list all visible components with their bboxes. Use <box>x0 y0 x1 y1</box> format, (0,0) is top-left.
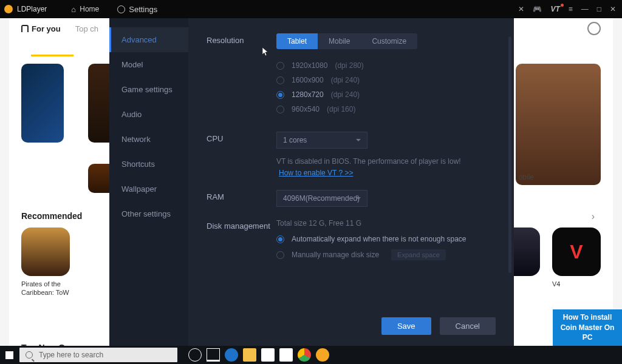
store-tab-foryou[interactable]: For you <box>21 24 61 33</box>
search-input[interactable]: Type here to search <box>19 348 177 362</box>
cortana-icon[interactable] <box>188 348 202 362</box>
ldplayer-icon[interactable] <box>316 348 329 362</box>
res-opt-1920[interactable]: 1920x1080(dpi 280) <box>276 61 496 70</box>
res-tab-customize[interactable]: Customize <box>361 33 417 49</box>
taskbar: Type here to search <box>0 346 622 364</box>
res-opt-1600[interactable]: 1600x900(dpi 240) <box>276 76 496 84</box>
cancel-button[interactable]: Cancel <box>440 317 496 335</box>
store-icon[interactable] <box>261 348 275 362</box>
scrollbar[interactable] <box>508 36 511 273</box>
sidebar-item-model[interactable]: Model <box>109 52 188 77</box>
vt-warning: VT is disabled in BIOS. The performance … <box>276 157 496 166</box>
app-card[interactable]: V V4 <box>552 228 601 297</box>
maximize-icon[interactable]: □ <box>597 5 601 13</box>
res-tab-tablet[interactable]: Tablet <box>276 33 318 49</box>
close-icon[interactable]: ✕ <box>610 5 616 13</box>
label-resolution: Resolution <box>207 33 276 120</box>
res-tab-mobile[interactable]: Mobile <box>318 33 361 49</box>
chrome-icon[interactable] <box>298 348 311 362</box>
label-cpu: CPU <box>207 132 276 178</box>
sidebar-item-shortcuts[interactable]: Shortcuts <box>109 152 188 177</box>
titlebar-tab-home[interactable]: ⌂Home <box>71 5 99 14</box>
chevron-right-icon[interactable]: › <box>592 211 595 222</box>
start-button[interactable] <box>0 346 18 364</box>
tile[interactable] <box>516 64 601 185</box>
avatar[interactable] <box>587 22 601 35</box>
vt-indicator[interactable]: VT <box>550 5 559 13</box>
app-card[interactable]: Pirates of the Caribbean: ToW <box>21 228 70 297</box>
app-title: LDPlayer <box>17 5 47 13</box>
sidebar-item-wallpaper[interactable]: Wallpaper <box>109 177 188 201</box>
mail-icon[interactable] <box>279 348 293 362</box>
res-opt-960[interactable]: 960x540(dpi 160) <box>276 105 496 113</box>
category-label: obile <box>519 173 534 181</box>
minimize-icon[interactable]: — <box>581 5 589 13</box>
store-tab-topcharts[interactable]: Top ch <box>75 24 98 33</box>
search-icon <box>26 351 33 359</box>
disk-opt-auto[interactable]: Automatically expand when there is not e… <box>276 235 496 243</box>
settings-sidebar: Advanced Model Game settings Audio Netwo… <box>109 18 188 346</box>
settings-modal: Advanced Model Game settings Audio Netwo… <box>109 18 514 346</box>
menu-icon[interactable]: ≡ <box>569 5 573 13</box>
cpu-select[interactable]: 1 cores <box>276 132 367 149</box>
modal-title-row: Settings <box>117 5 157 14</box>
disk-info: Total size 12 G, Free 11 G <box>276 219 496 228</box>
explorer-icon[interactable] <box>243 348 256 362</box>
ram-select[interactable]: 4096M(Recommended) <box>276 190 367 207</box>
controller-icon[interactable]: 🎮 <box>533 5 542 13</box>
label-ram: RAM <box>207 190 276 207</box>
disk-opt-manual[interactable]: Manually manage disk sizeExpand space <box>276 249 496 260</box>
sidebar-item-other[interactable]: Other settings <box>109 201 188 226</box>
taskview-icon[interactable] <box>207 348 220 362</box>
modal-close-icon[interactable]: ✕ <box>518 5 524 13</box>
sidebar-item-game-settings[interactable]: Game settings <box>109 77 188 102</box>
howto-overlay: How To install Coin Master On PC <box>553 309 622 346</box>
sidebar-item-network[interactable]: Network <box>109 127 188 152</box>
vt-help-link[interactable]: How to enable VT ? >> <box>276 169 356 177</box>
recommended-heading: Recommended <box>21 211 82 221</box>
sidebar-item-advanced[interactable]: Advanced <box>109 27 188 52</box>
save-button[interactable]: Save <box>381 317 431 335</box>
label-disk: Disk management <box>207 219 276 266</box>
tile[interactable] <box>21 64 64 143</box>
expand-space-button[interactable]: Expand space <box>391 249 446 260</box>
app-icon <box>4 5 13 13</box>
sidebar-item-audio[interactable]: Audio <box>109 102 188 127</box>
res-opt-1280[interactable]: 1280x720(dpi 240) <box>276 90 496 99</box>
edge-icon[interactable] <box>225 348 238 362</box>
gear-icon <box>117 5 125 13</box>
